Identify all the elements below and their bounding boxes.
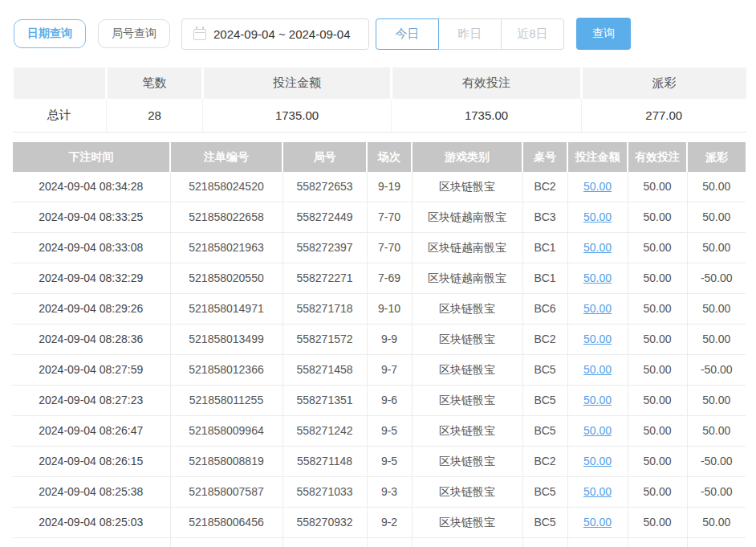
- cell-game-type: 区块链越南骰宝: [412, 263, 522, 294]
- cell-payout: -50.00: [687, 477, 746, 508]
- cell-session: 9-7: [367, 355, 412, 386]
- cell-payout: 50.00: [687, 233, 746, 263]
- summary-header-cell: 有效投注: [392, 67, 582, 99]
- cell-round-id: 558271572: [282, 325, 367, 355]
- cell-payout: 50.00: [687, 325, 746, 355]
- cell-bet-id: 521858007587: [170, 477, 282, 508]
- yesterday-button[interactable]: 昨日: [438, 18, 502, 50]
- round-query-button[interactable]: 局号查询: [98, 19, 170, 48]
- records-header-cell: 游戏类别: [412, 142, 522, 172]
- table-row-partial: [12, 538, 746, 547]
- cell-table-no: BC2: [522, 172, 567, 202]
- cell-round-id: 558272397: [282, 233, 367, 263]
- bet-amount-link[interactable]: 50.00: [583, 455, 612, 467]
- cell-bet-time: 2024-09-04 08:27:59: [12, 355, 170, 386]
- cell-session: 9-2: [367, 508, 412, 538]
- cell-session: 7-70: [367, 202, 412, 233]
- records-header-cell: 桌号: [522, 142, 567, 172]
- cell-valid-bet: 50.00: [628, 202, 687, 233]
- cell-bet-id: 521858006456: [170, 508, 282, 538]
- cell-valid-bet: 50.00: [628, 233, 687, 263]
- bet-amount-link[interactable]: 50.00: [583, 394, 612, 406]
- cell-round-id: 558271242: [282, 416, 367, 447]
- cell-bet-time: 2024-09-04 08:25:03: [12, 508, 170, 538]
- cell-round-id: 558272271: [282, 263, 367, 294]
- cell-payout: 50.00: [687, 508, 746, 538]
- cell-bet-amount: 50.00: [567, 233, 628, 263]
- table-row: 2024-09-04 08:27:59 521858012366 5582714…: [12, 355, 746, 386]
- cell-table-no: BC1: [522, 233, 567, 263]
- date-query-button[interactable]: 日期查询: [14, 19, 86, 48]
- bet-amount-link[interactable]: 50.00: [583, 516, 612, 529]
- cell-table-no: BC5: [522, 386, 567, 416]
- cell-round-id: 558271351: [282, 386, 367, 416]
- table-row: 2024-09-04 08:32:29 521858020550 5582722…: [12, 263, 746, 294]
- last-8-days-button[interactable]: 近8日: [501, 18, 564, 50]
- cell-bet-amount: 50.00: [567, 386, 628, 416]
- cell-bet-amount: 50.00: [567, 294, 628, 325]
- cell-game-type: 区块链骰宝: [412, 355, 522, 386]
- bet-amount-link[interactable]: 50.00: [583, 333, 612, 345]
- cell-bet-amount: 50.00: [567, 325, 628, 355]
- cell-bet-id: 521858011255: [170, 386, 282, 416]
- bet-amount-link[interactable]: 50.00: [583, 241, 612, 254]
- table-row: 2024-09-04 08:26:47 521858009964 5582712…: [12, 416, 746, 447]
- cell-game-type: 区块链越南骰宝: [412, 202, 522, 233]
- bet-amount-link[interactable]: 50.00: [583, 485, 612, 498]
- records-header-row: 下注时间注单编号局号场次游戏类别桌号投注金额有效投注派彩: [12, 142, 746, 172]
- cell-session: 9-19: [367, 172, 412, 202]
- cell-game-type: 区块链骰宝: [412, 477, 522, 508]
- cell-valid-bet: 50.00: [628, 416, 687, 447]
- bet-amount-link[interactable]: 50.00: [583, 424, 612, 437]
- cell-valid-bet: 50.00: [628, 172, 687, 202]
- cell-table-no: BC5: [522, 416, 567, 447]
- summary-bet-amount: 1735.00: [203, 99, 392, 133]
- summary-total-label: 总计: [13, 99, 107, 133]
- table-row: 2024-09-04 08:29:26 521858014971 5582717…: [12, 294, 746, 325]
- table-row: 2024-09-04 08:33:08 521858021963 5582723…: [12, 233, 746, 263]
- cell-round-id: 558271718: [282, 294, 367, 325]
- cell-table-no: BC1: [522, 263, 567, 294]
- date-shortcut-group: 今日 昨日 近8日: [376, 18, 564, 50]
- summary-count: 28: [107, 99, 203, 133]
- bet-amount-link[interactable]: 50.00: [583, 180, 612, 193]
- summary-header-cell: 投注金额: [203, 67, 392, 99]
- records-header-cell: 派彩: [687, 142, 746, 172]
- cell-bet-amount: 50.00: [567, 508, 628, 538]
- cell-session: 7-69: [367, 263, 412, 294]
- records-body: 2024-09-04 08:34:28 521858024520 5582726…: [12, 172, 746, 538]
- cell-bet-time: 2024-09-04 08:25:38: [12, 477, 170, 508]
- cell-payout: 50.00: [687, 294, 746, 325]
- table-row: 2024-09-04 08:27:23 521858011255 5582713…: [12, 386, 746, 416]
- cell-round-id: 558270932: [282, 508, 367, 538]
- records-header-cell: 下注时间: [12, 142, 170, 172]
- cell-payout: -50.00: [687, 355, 746, 386]
- cell-bet-time: 2024-09-04 08:29:26: [12, 294, 170, 325]
- cell-table-no: BC2: [522, 325, 567, 355]
- today-button[interactable]: 今日: [376, 18, 439, 50]
- query-toolbar: 日期查询 局号查询 2024-09-04 ~ 2024-09-04 今日 昨日 …: [14, 18, 756, 50]
- cell-payout: 50.00: [687, 172, 746, 202]
- cell-table-no: BC5: [522, 508, 567, 538]
- cell-valid-bet: 50.00: [628, 447, 687, 477]
- cell-table-no: BC2: [522, 447, 567, 477]
- bet-amount-link[interactable]: 50.00: [583, 271, 612, 284]
- cell-payout: 50.00: [687, 202, 746, 233]
- records-header-cell: 场次: [367, 142, 412, 172]
- bet-amount-link[interactable]: 50.00: [583, 210, 612, 223]
- cell-session: 9-9: [367, 325, 412, 355]
- cell-bet-time: 2024-09-04 08:26:47: [12, 416, 170, 447]
- cell-game-type: 区块链骰宝: [412, 172, 522, 202]
- table-row: 2024-09-04 08:26:15 521858008819 5582711…: [12, 447, 746, 477]
- cell-payout: -50.00: [687, 263, 746, 294]
- date-range-value: 2024-09-04 ~ 2024-09-04: [213, 27, 351, 41]
- bet-amount-link[interactable]: 50.00: [583, 302, 612, 315]
- cell-bet-time: 2024-09-04 08:33:08: [12, 233, 170, 263]
- search-button[interactable]: 查询: [576, 18, 631, 50]
- bet-amount-link[interactable]: 50.00: [583, 363, 612, 376]
- date-range-input[interactable]: 2024-09-04 ~ 2024-09-04: [181, 18, 369, 50]
- cell-session: 9-5: [367, 447, 412, 477]
- cell-session: 9-5: [367, 416, 412, 447]
- cell-bet-id: 521858020550: [170, 263, 282, 294]
- cell-game-type: 区块链骰宝: [412, 325, 522, 355]
